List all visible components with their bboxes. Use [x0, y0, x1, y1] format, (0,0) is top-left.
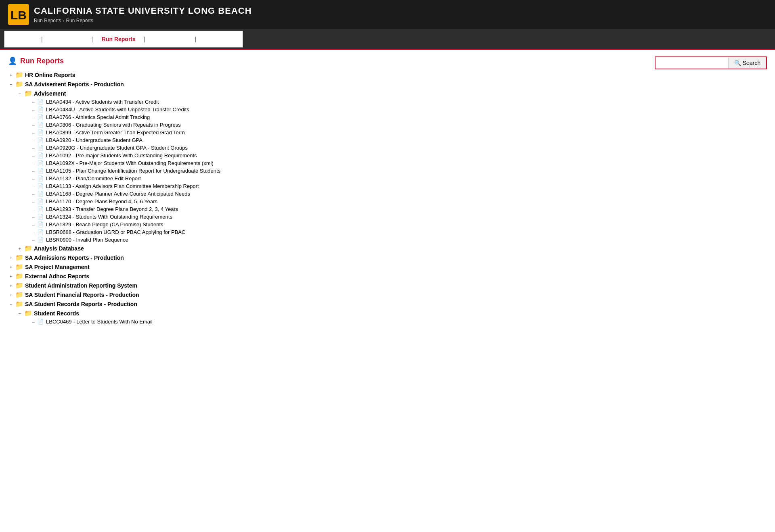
tree-node-lbaa1324: –📄LBAA1324 - Students With Outstanding R… — [26, 213, 767, 221]
search-icon: 🔍 — [734, 60, 741, 66]
report-connector-lbaa0434: – — [26, 100, 35, 104]
expand-btn-student-records[interactable]: − — [17, 311, 23, 316]
report-label-lbaa1329: LBAA1329 - Beach Pledge (CA Promise) Stu… — [46, 221, 163, 227]
navbar-box: CS Link | Online Query | Run Reports | V… — [4, 31, 243, 48]
page-title-row: 👤 Run Reports — [8, 56, 767, 65]
university-name: CALIFORNIA STATE UNIVERSITY LONG BEACH — [34, 6, 252, 16]
search-area: 🔍 Search — [655, 56, 767, 69]
report-icon-lbaa0920g: 📄 — [37, 145, 44, 151]
report-row-lbaa1170[interactable]: –📄LBAA1170 - Degree Plans Beyond 4, 5, 6… — [26, 198, 767, 205]
report-label-lbaa1324: LBAA1324 - Students With Outstanding Req… — [46, 214, 172, 220]
report-row-lbsr0688[interactable]: –📄LBSR0688 - Graduation UGRD or PBAC App… — [26, 228, 767, 236]
report-connector-lbaa1092x: – — [26, 161, 35, 166]
nav-cs-link[interactable]: CS Link — [6, 32, 40, 46]
report-icon-lbaa1170: 📄 — [37, 198, 44, 204]
nav-view-reports[interactable]: View Reports — [146, 32, 194, 46]
folder-row-analysis-database[interactable]: +📁Analysis Database — [17, 244, 767, 253]
report-icon-lbaa1132: 📄 — [37, 175, 44, 182]
expand-btn-student-admin-reporting[interactable]: + — [8, 283, 14, 288]
report-label-lbaa1132: LBAA1132 - Plan/Committee Edit Report — [46, 175, 141, 182]
nav-sep-2: | — [91, 36, 94, 42]
report-row-lbaa0920g[interactable]: –📄LBAA0920G - Undergraduate Student GPA … — [26, 144, 767, 152]
tree-node-lbaa1092x: –📄LBAA1092X - Pre-Major Students With Ou… — [26, 159, 767, 167]
report-row-lbaa0899[interactable]: –📄LBAA0899 - Active Term Greater Than Ex… — [26, 129, 767, 136]
tree-children-sa-student-records: −📁Student Records–📄LBCC0469 - Letter to … — [8, 309, 767, 325]
report-row-lbaa0766[interactable]: –📄LBAA0766 - Athletics Special Admit Tra… — [26, 113, 767, 121]
search-button[interactable]: 🔍 Search — [728, 57, 766, 69]
folder-row-sa-admissions-reports[interactable]: +📁SA Admissions Reports - Production — [8, 253, 767, 262]
report-label-lbaa1105: LBAA1105 - Plan Change Identification Re… — [46, 168, 220, 174]
tree-node-external-adhoc-reports: +📁External Adhoc Reports — [8, 271, 767, 281]
expand-btn-hr-online-reports[interactable]: + — [8, 73, 14, 77]
report-icon-lbaa0766: 📄 — [37, 114, 44, 120]
folder-row-student-admin-reporting[interactable]: +📁Student Administration Reporting Syste… — [8, 281, 767, 290]
report-connector-lbsr0688: – — [26, 230, 35, 235]
folder-row-advisement[interactable]: −📁Advisement — [17, 89, 767, 98]
folder-row-sa-student-records[interactable]: −📁SA Student Records Reports - Productio… — [8, 299, 767, 309]
folder-icon-student-admin-reporting: 📁 — [15, 282, 23, 289]
folder-row-sa-advisement-reports[interactable]: −📁SA Advisement Reports - Production — [8, 79, 767, 89]
report-label-lbaa1293: LBAA1293 - Transfer Degree Plans Beyond … — [46, 206, 178, 212]
university-name-light: CALIFORNIA STATE UNIVERSITY — [34, 6, 188, 16]
folder-icon-sa-admissions-reports: 📁 — [15, 254, 23, 261]
tree-node-lbaa0434: –📄LBAA0434 - Active Students with Transf… — [26, 98, 767, 106]
expand-btn-sa-project-management[interactable]: + — [8, 265, 14, 269]
report-label-lbaa1092: LBAA1092 - Pre-major Students With Outst… — [46, 152, 197, 159]
expand-btn-analysis-database[interactable]: + — [17, 246, 23, 251]
nav-online-query[interactable]: Online Query — [44, 32, 91, 46]
report-connector-lbaa0920: – — [26, 138, 35, 143]
report-label-lbaa0899: LBAA0899 - Active Term Greater Than Expe… — [46, 129, 185, 136]
report-icon-lbaa0434u: 📄 — [37, 106, 44, 113]
report-row-lbaa1133[interactable]: –📄LBAA1133 - Assign Advisors Plan Commit… — [26, 182, 767, 190]
report-label-lbaa0434u: LBAA0434U - Active Students with Unposte… — [46, 106, 189, 113]
report-row-lbsr0900[interactable]: –📄LBSR0900 - Invalid Plan Sequence — [26, 236, 767, 244]
report-row-lbaa1168[interactable]: –📄LBAA1168 - Degree Planner Active Cours… — [26, 190, 767, 198]
nav-sep-4: | — [194, 36, 197, 42]
breadcrumb-home[interactable]: Run Reports — [34, 18, 61, 23]
folder-row-sa-project-management[interactable]: +📁SA Project Management — [8, 262, 767, 271]
report-row-lbaa0434[interactable]: –📄LBAA0434 - Active Students with Transf… — [26, 98, 767, 106]
expand-btn-sa-advisement-reports[interactable]: − — [8, 82, 14, 87]
report-row-lbaa1329[interactable]: –📄LBAA1329 - Beach Pledge (CA Promise) S… — [26, 221, 767, 228]
report-icon-lbaa0899: 📄 — [37, 129, 44, 136]
folder-row-sa-student-financial[interactable]: +📁SA Student Financial Reports - Product… — [8, 290, 767, 299]
report-label-lbaa0806: LBAA0806 - Graduating Seniors with Repea… — [46, 122, 181, 128]
folder-row-hr-online-reports[interactable]: +📁HR Online Reports — [8, 70, 767, 79]
folder-row-external-adhoc-reports[interactable]: +📁External Adhoc Reports — [8, 271, 767, 281]
report-icon-lbaa0434: 📄 — [37, 99, 44, 105]
expand-btn-sa-student-records[interactable]: − — [8, 302, 14, 307]
report-icon-lbsr0900: 📄 — [37, 237, 44, 243]
report-row-lbaa0920[interactable]: –📄LBAA0920 - Undergraduate Student GPA — [26, 136, 767, 144]
report-icon-lbaa1168: 📄 — [37, 191, 44, 197]
report-row-lbaa1092x[interactable]: –📄LBAA1092X - Pre-Major Students With Ou… — [26, 159, 767, 167]
report-row-lbaa0806[interactable]: –📄LBAA0806 - Graduating Seniors with Rep… — [26, 121, 767, 129]
report-row-lbaa1293[interactable]: –📄LBAA1293 - Transfer Degree Plans Beyon… — [26, 205, 767, 213]
report-row-lbaa1132[interactable]: –📄LBAA1132 - Plan/Committee Edit Report — [26, 175, 767, 182]
report-row-lbaa0434u[interactable]: –📄LBAA0434U - Active Students with Unpos… — [26, 106, 767, 113]
report-row-lbcc0469[interactable]: –📄LBCC0469 - Letter to Students With No … — [26, 318, 767, 325]
expand-btn-external-adhoc-reports[interactable]: + — [8, 274, 14, 279]
expand-btn-sa-student-financial[interactable]: + — [8, 292, 14, 297]
report-label-lbcc0469: LBCC0469 - Letter to Students With No Em… — [46, 319, 153, 325]
nav-online-help[interactable]: Online Help — [197, 32, 241, 46]
main-content: 👤 Run Reports 🔍 Search +📁HR Online Repor… — [0, 50, 775, 332]
folder-row-student-records[interactable]: −📁Student Records — [17, 309, 767, 318]
report-row-lbaa1324[interactable]: –📄LBAA1324 - Students With Outstanding R… — [26, 213, 767, 221]
tree-children-advisement: –📄LBAA0434 - Active Students with Transf… — [17, 98, 767, 244]
nav-run-reports[interactable]: Run Reports — [94, 32, 143, 46]
report-label-lbaa1170: LBAA1170 - Degree Plans Beyond 4, 5, 6 Y… — [46, 198, 157, 204]
report-row-lbaa1105[interactable]: –📄LBAA1105 - Plan Change Identification … — [26, 167, 767, 175]
expand-btn-advisement[interactable]: − — [17, 91, 23, 96]
tree-node-sa-student-records: −📁SA Student Records Reports - Productio… — [8, 299, 767, 325]
report-row-lbaa1092[interactable]: –📄LBAA1092 - Pre-major Students With Out… — [26, 152, 767, 159]
report-connector-lbaa0766: – — [26, 115, 35, 120]
tree-node-lbaa1170: –📄LBAA1170 - Degree Plans Beyond 4, 5, 6… — [26, 198, 767, 205]
folder-icon-advisement: 📁 — [24, 90, 32, 97]
folder-icon-student-records: 📁 — [24, 309, 32, 317]
expand-btn-sa-admissions-reports[interactable]: + — [8, 255, 14, 260]
report-label-lbaa0920: LBAA0920 - Undergraduate Student GPA — [46, 137, 142, 143]
tree-node-lbsr0900: –📄LBSR0900 - Invalid Plan Sequence — [26, 236, 767, 244]
search-input[interactable] — [656, 57, 728, 69]
tree-children-sa-advisement-reports: −📁Advisement–📄LBAA0434 - Active Students… — [8, 89, 767, 253]
csulb-logo-icon: LB — [8, 4, 29, 25]
